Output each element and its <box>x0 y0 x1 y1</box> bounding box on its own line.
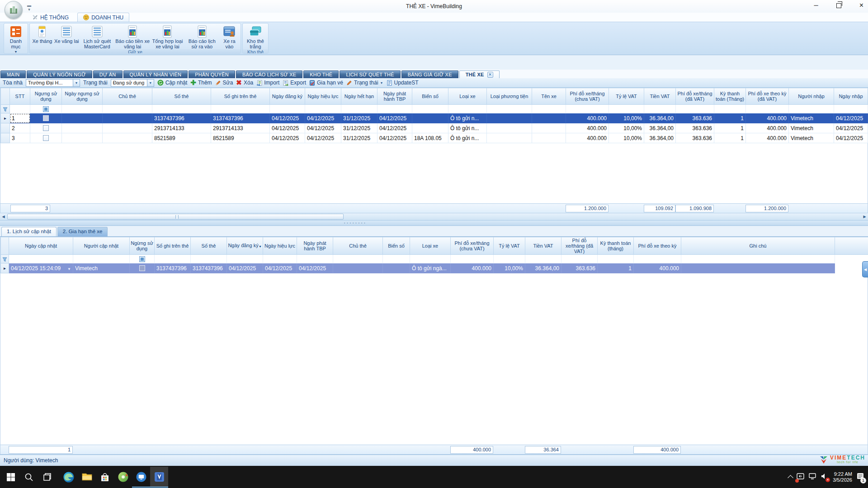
table-row[interactable]: 3 8521589 8521589 04/12/2025 04/12/2025 … <box>1 133 868 143</box>
grid-cell[interactable]: 04/12/2025 <box>377 133 412 143</box>
grid-cell[interactable]: 04/12/2025 <box>297 263 333 273</box>
column-header[interactable]: Phí đỗ xe/tháng (đã VAT) <box>676 88 714 105</box>
grid-cell[interactable]: Vimetech <box>73 263 130 273</box>
grid-cell[interactable]: 31/12/2025 <box>341 113 377 123</box>
grid-cell[interactable]: 400.000 <box>566 123 609 133</box>
grid-cell[interactable] <box>30 133 62 143</box>
grid-cell[interactable]: 2913714133 <box>211 123 270 133</box>
file-explorer-button[interactable] <box>78 467 96 488</box>
xe-vang-lai-button[interactable]: Xe vãng lai <box>54 24 79 44</box>
tab-lich-su-cap-nhat[interactable]: 1. Lịch sử cập nhật <box>1 227 57 236</box>
grid-cell[interactable]: 3137437396 <box>191 263 227 273</box>
column-header[interactable]: Tên xe <box>532 88 566 105</box>
grid-cell[interactable]: 04/12/2025 <box>834 113 868 123</box>
grid-cell[interactable] <box>532 113 566 123</box>
grid-cell[interactable]: 1 <box>598 263 634 273</box>
grid-cell[interactable] <box>62 133 103 143</box>
tab-kho-the[interactable]: KHO THẺ <box>303 70 339 78</box>
chevron-down-icon[interactable]: ▼ <box>147 80 154 86</box>
export-button[interactable]: Export <box>283 80 306 86</box>
grid-cell[interactable]: 10,00% <box>609 123 644 133</box>
filter-row[interactable] <box>1 105 868 113</box>
grid-cell[interactable]: 04/12/2025 <box>305 123 341 133</box>
notification-center-icon[interactable]: 1 <box>856 472 864 482</box>
grid-cell[interactable]: 1 <box>714 113 746 123</box>
grid-cell[interactable]: 400.000 <box>746 133 789 143</box>
lich-su-quet-mastercard-button[interactable]: Lịch sử quét MasterCard <box>79 24 115 49</box>
grid-cell[interactable] <box>412 113 448 123</box>
status-menu-button[interactable]: Trạng thái▼ <box>346 80 383 86</box>
column-header[interactable]: Ngừng sử dụng <box>130 237 155 255</box>
vimebuilding-app-button[interactable] <box>150 467 168 488</box>
refresh-button[interactable]: Cập nhật <box>157 80 188 86</box>
edit-button[interactable]: Sửa <box>215 80 233 86</box>
grid-cell[interactable] <box>487 113 532 123</box>
column-header[interactable]: Ghi chú <box>681 237 835 255</box>
column-header[interactable]: Số thẻ <box>191 237 227 255</box>
column-header[interactable]: Ngày phát hành TBP <box>297 237 333 255</box>
grid-cell[interactable]: 04/12/2025 <box>377 123 412 133</box>
checkbox[interactable] <box>43 125 49 131</box>
grid-cell[interactable] <box>103 133 152 143</box>
grid-cell[interactable]: 04/12/2025 <box>834 133 868 143</box>
chevron-down-icon[interactable]: ▼ <box>66 267 71 271</box>
grid-cell[interactable]: 3 <box>10 133 30 143</box>
grid-cell[interactable]: Ô tô gửi n... <box>448 113 487 123</box>
grid-cell[interactable]: 400.000 <box>746 123 789 133</box>
grid-cell[interactable]: 400.000 <box>566 113 609 123</box>
column-header[interactable]: Biển số <box>383 237 410 255</box>
building-select[interactable]: Trường Đại H...▼ <box>26 79 80 87</box>
grid-cell[interactable]: 400.000 <box>634 263 681 273</box>
column-header[interactable]: Ngày hiệu lực <box>305 88 341 105</box>
grid-cell[interactable] <box>62 113 103 123</box>
import-button[interactable]: Import <box>256 80 279 86</box>
column-header[interactable]: Tỷ lệ VAT <box>494 237 525 255</box>
column-header[interactable]: Loại xe <box>448 88 487 105</box>
taskbar-clock[interactable]: 9:22 AM 3/5/2026 <box>833 471 852 483</box>
grid-cell[interactable] <box>383 263 410 273</box>
grid-cell[interactable] <box>30 123 62 133</box>
grid-cell[interactable]: 363.636 <box>561 263 598 273</box>
grid-cell[interactable]: 04/12/2025 <box>270 133 305 143</box>
column-header[interactable]: Số ghi trên thẻ <box>211 88 270 105</box>
grid-cell[interactable]: 1 <box>714 123 746 133</box>
scroll-right-icon[interactable]: ▶ <box>861 213 868 220</box>
monitor-app-button[interactable] <box>132 467 150 488</box>
column-header[interactable]: Chủ thẻ <box>333 237 383 255</box>
column-header[interactable]: Phí đỗ xe/tháng (chưa VAT) <box>566 88 609 105</box>
search-button[interactable] <box>20 467 38 488</box>
tab-quan-ly-nhan-vien[interactable]: QUẢN LÝ NHÂN VIÊN <box>123 70 188 78</box>
ribbon-tab-doanh-thu[interactable]: DOANH THU <box>77 13 129 22</box>
column-header[interactable]: Số ghi trên thẻ <box>155 237 191 255</box>
tab-phan-quyen[interactable]: PHÂN QUYỀN <box>189 70 235 78</box>
grid-cell[interactable]: 400.000 <box>746 113 789 123</box>
scrollbar-thumb[interactable] <box>7 214 344 220</box>
column-header[interactable]: Loại xe <box>410 237 451 255</box>
close-tab-icon[interactable]: ✕ <box>487 72 493 78</box>
collapsed-panel-handle[interactable]: ◀ <box>862 261 868 277</box>
column-header[interactable]: Phí đỗ xe/tháng (đã VAT) <box>561 237 598 255</box>
tab-quan-ly-ngon-ngu[interactable]: QUẢN LÝ NGÔN NGỮ <box>27 70 92 78</box>
ribbon-tab-he-thong[interactable]: HỆ THỐNG <box>26 13 75 22</box>
tong-hop-loai-xe-button[interactable]: Tổng hợp loại xe vãng lai <box>150 24 185 49</box>
column-header[interactable]: Ngưng sử dụng <box>30 88 62 105</box>
grid-cell[interactable]: 363.636 <box>676 133 714 143</box>
start-button[interactable] <box>2 467 20 488</box>
tab-du-an[interactable]: DỰ ÁN <box>93 70 123 78</box>
tray-app-icon[interactable] <box>797 473 804 482</box>
column-header[interactable]: Tiền VAT <box>644 88 676 105</box>
scroll-left-icon[interactable]: ◀ <box>0 213 7 220</box>
filter-checkbox-icon[interactable] <box>139 256 145 262</box>
grid-cell[interactable]: 04/12/2025 <box>305 113 341 123</box>
microsoft-store-button[interactable] <box>96 467 114 488</box>
column-header[interactable]: Kỳ thanh toán (Tháng) <box>714 88 746 105</box>
column-header[interactable]: Kỳ thanh toán (tháng) <box>598 237 634 255</box>
grid-cell[interactable]: 1 <box>10 113 30 123</box>
kho-the-trang-button[interactable]: Kho thẻ trắng <box>243 24 268 49</box>
tab-gia-han-the-xe[interactable]: 2. Gia hạn thẻ xe <box>57 227 108 236</box>
minimize-button[interactable]: ─ <box>814 2 818 9</box>
grid-cell[interactable]: 36.364,00 <box>644 113 676 123</box>
grid-cell[interactable] <box>62 123 103 133</box>
column-header[interactable]: Người nhập <box>789 88 834 105</box>
grid-cell[interactable]: 2913714133 <box>152 123 211 133</box>
